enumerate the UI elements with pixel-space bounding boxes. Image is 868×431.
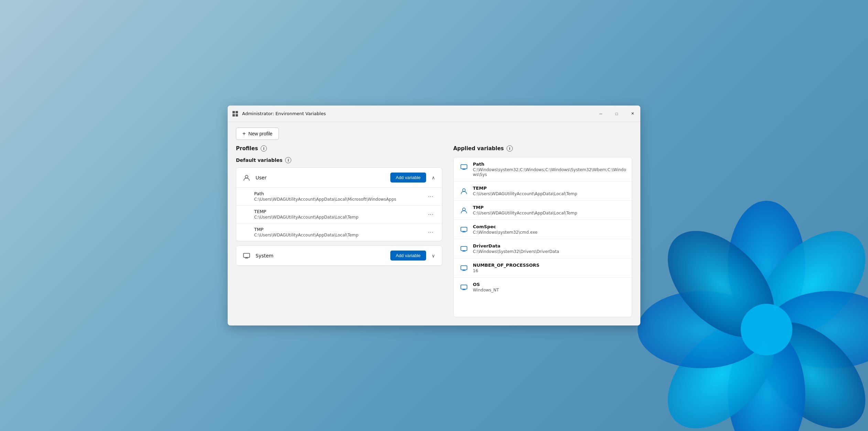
applied-variables-label: Applied variables [453, 145, 504, 152]
svg-point-5 [648, 302, 794, 431]
applied-var-tmp: TMP C:\Users\WDAGUtilityAccount\AppData\… [454, 201, 632, 220]
window-icon [232, 110, 239, 117]
close-button[interactable]: ✕ [625, 106, 640, 122]
left-panel: Profiles i Default variables i User [236, 145, 442, 317]
profiles-label: Profiles [236, 145, 258, 152]
applied-var-comspec-value: C:\Windows\system32\cmd.exe [473, 230, 626, 235]
applied-var-driverdata-icon [459, 244, 469, 254]
svg-rect-19 [461, 246, 467, 251]
svg-point-17 [463, 208, 465, 211]
user-group-header: User Add variable ∧ [236, 168, 442, 188]
system-chevron-button[interactable]: ∨ [430, 252, 436, 260]
svg-point-8 [741, 304, 792, 355]
user-var-tmp-value: C:\Users\WDAGUtilityAccount\AppData\Loca… [254, 233, 419, 237]
titlebar: Administrator: Environment Variables ─ □… [228, 106, 640, 122]
svg-rect-21 [461, 285, 467, 289]
user-variables-card: User Add variable ∧ Path C:\Users\WDAGUt… [236, 167, 442, 241]
applied-variables-list: Path C:\Windows\system32;C:\Windows;C:\W… [453, 157, 632, 317]
main-window: Administrator: Environment Variables ─ □… [228, 106, 640, 325]
applied-var-numproc: NUMBER_OF_PROCESSORS 16 [454, 258, 632, 278]
applied-var-driverdata-name: DriverData [473, 243, 626, 248]
maximize-button[interactable]: □ [609, 106, 625, 122]
applied-var-tmp-value: C:\Users\WDAGUtilityAccount\AppData\Loca… [473, 211, 626, 216]
applied-var-path-icon [459, 162, 469, 172]
user-group-title: User [256, 175, 390, 180]
svg-rect-11 [232, 114, 235, 117]
applied-var-comspec: ComSpec C:\Windows\system32\cmd.exe [454, 220, 632, 239]
user-icon [242, 173, 251, 183]
applied-var-comspec-icon [459, 225, 469, 234]
applied-var-tmp-name: TMP [473, 205, 626, 210]
applied-var-tmp-icon [459, 206, 469, 215]
user-var-path: Path C:\Users\WDAGUtilityAccount\AppData… [236, 188, 442, 206]
default-variables-label: Default variables [236, 157, 282, 163]
applied-variables-section-header: Applied variables i [453, 145, 632, 152]
system-variables-card: System Add variable ∨ [236, 245, 442, 266]
user-var-temp-value: C:\Users\WDAGUtilityAccount\AppData\Loca… [254, 215, 419, 220]
applied-var-numproc-icon [459, 263, 469, 273]
applied-var-temp-name: TEMP [473, 186, 626, 191]
default-variables-header: Default variables i [236, 157, 442, 163]
applied-variables-info-icon[interactable]: i [507, 145, 513, 152]
applied-var-path: Path C:\Windows\system32;C:\Windows;C:\W… [454, 157, 632, 181]
svg-rect-10 [236, 111, 238, 113]
applied-var-temp-value: C:\Users\WDAGUtilityAccount\AppData\Loca… [473, 191, 626, 196]
svg-point-3 [739, 302, 868, 431]
plus-icon: + [242, 131, 246, 137]
system-group-title: System [256, 253, 390, 258]
svg-rect-20 [461, 266, 467, 270]
user-var-path-more-button[interactable]: ··· [425, 192, 436, 201]
user-var-tmp: TMP C:\Users\WDAGUtilityAccount\AppData\… [236, 223, 442, 241]
user-var-tmp-name: TMP [254, 227, 425, 232]
user-var-temp-name: TEMP [254, 209, 425, 214]
user-var-path-value: C:\Users\WDAGUtilityAccount\AppData\Loca… [254, 197, 419, 202]
svg-point-2 [767, 291, 868, 368]
new-profile-label: New profile [248, 131, 272, 136]
applied-var-os: OS Windows_NT [454, 278, 632, 297]
svg-point-0 [728, 201, 805, 330]
window-title: Administrator: Environment Variables [242, 111, 593, 116]
svg-point-4 [728, 330, 805, 431]
applied-var-path-value: C:\Windows\system32;C:\Windows;C:\Window… [473, 167, 626, 177]
applied-var-driverdata-value: C:\Windows\System32\Drivers\DriverData [473, 249, 626, 254]
user-add-variable-button[interactable]: Add variable [390, 173, 426, 183]
applied-var-os-value: Windows_NT [473, 288, 626, 292]
window-controls: ─ □ ✕ [593, 106, 640, 122]
system-icon [242, 251, 251, 261]
svg-point-7 [648, 211, 794, 357]
svg-rect-15 [461, 165, 467, 169]
applied-var-os-name: OS [473, 282, 626, 287]
user-var-path-name: Path [254, 191, 425, 196]
applied-var-numproc-value: 16 [473, 268, 626, 273]
svg-rect-9 [232, 111, 235, 113]
user-chevron-icon: ∧ [432, 175, 435, 180]
new-profile-button[interactable]: + New profile [236, 128, 279, 140]
user-var-temp-more-button[interactable]: ··· [425, 210, 436, 219]
main-content: Profiles i Default variables i User [228, 145, 640, 325]
svg-point-16 [463, 189, 465, 191]
right-panel: Applied variables i Path C:\Windows\syst… [453, 145, 632, 317]
svg-rect-12 [236, 114, 238, 117]
svg-rect-18 [461, 227, 467, 231]
svg-point-1 [739, 211, 868, 357]
applied-var-temp-icon [459, 186, 469, 196]
svg-rect-14 [243, 253, 250, 257]
profiles-section-header: Profiles i [236, 145, 442, 152]
user-var-temp: TEMP C:\Users\WDAGUtilityAccount\AppData… [236, 206, 442, 223]
toolbar: + New profile [228, 122, 640, 145]
svg-point-13 [245, 175, 248, 178]
system-add-variable-button[interactable]: Add variable [390, 251, 426, 261]
default-variables-info-icon[interactable]: i [285, 157, 291, 163]
applied-var-comspec-name: ComSpec [473, 224, 626, 229]
system-group-header: System Add variable ∨ [236, 246, 442, 266]
system-chevron-icon: ∨ [432, 253, 435, 258]
applied-var-path-name: Path [473, 162, 626, 167]
profiles-info-icon[interactable]: i [261, 145, 267, 152]
applied-var-driverdata: DriverData C:\Windows\System32\Drivers\D… [454, 239, 632, 258]
user-chevron-button[interactable]: ∧ [430, 174, 436, 182]
user-var-tmp-more-button[interactable]: ··· [425, 228, 436, 237]
minimize-button[interactable]: ─ [593, 106, 609, 122]
applied-var-os-icon [459, 283, 469, 292]
applied-var-numproc-name: NUMBER_OF_PROCESSORS [473, 263, 626, 268]
svg-point-6 [638, 291, 767, 368]
